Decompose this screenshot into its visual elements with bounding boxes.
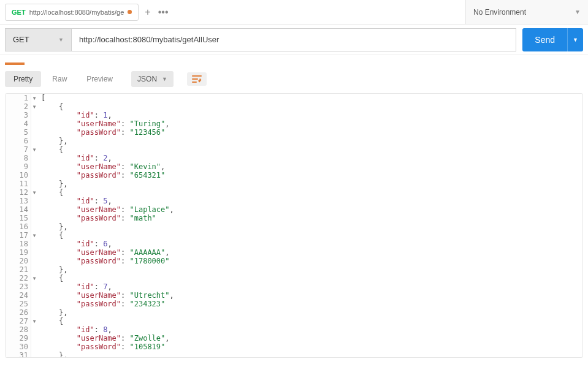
line-number: 22 [6,274,31,282]
send-dropdown-button[interactable]: ▼ [567,28,583,51]
code-text: { [37,188,63,197]
tab-title: http://localhost:8080/mybatis/ge [29,9,124,16]
fold-toggle[interactable]: ▾ [31,145,37,154]
code-line: 5 "passWord": "123456" [6,128,582,137]
code-text: { [37,317,63,325]
code-text: "userName": "Utrecht", [37,291,174,300]
code-line: 30 "passWord": "105819" [6,343,582,351]
code-line: 23 "id": 7, [6,282,582,291]
chevron-down-icon: ▼ [162,76,167,82]
fold-toggle [31,240,37,248]
fold-toggle[interactable]: ▾ [31,317,37,325]
fold-toggle[interactable]: ▾ [31,188,37,197]
tab-more-button[interactable]: ••• [158,7,169,17]
code-text: }, [37,308,67,317]
line-number: 13 [6,197,31,205]
code-line: 8 "id": 2, [6,154,582,162]
request-bar: GET ▼ Send ▼ [0,25,588,55]
code-text: }, [37,137,67,145]
format-value: JSON [137,75,157,83]
code-line: 27▾ { [6,317,582,325]
raw-tab[interactable]: Raw [44,71,75,87]
code-line: 14 "userName": "Laplace", [6,205,582,214]
code-text: }, [37,222,67,231]
code-line: 20 "passWord": "1780000" [6,257,582,265]
fold-toggle[interactable]: ▾ [31,231,37,240]
code-text: "userName": "AAAAAA", [37,248,170,257]
fold-toggle [31,257,37,265]
wrap-lines-button[interactable] [187,72,207,86]
line-number: 23 [6,282,31,291]
code-line: 1▾[ [6,94,582,102]
code-line: 17▾ { [6,231,582,240]
pretty-tab[interactable]: Pretty [5,71,41,87]
fold-toggle [31,351,37,358]
line-number: 29 [6,334,31,343]
line-number: 10 [6,171,31,180]
code-text: "id": 7, [37,282,112,291]
code-text: { [37,145,63,154]
fold-toggle [31,282,37,291]
code-text: "id": 5, [37,197,112,205]
line-number: 19 [6,248,31,257]
request-tab[interactable]: GET http://localhost:8080/mybatis/ge [5,4,139,21]
line-number: 6 [6,137,31,145]
chevron-down-icon: ▼ [58,37,64,43]
code-text: { [37,231,63,240]
code-line: 31 }, [6,351,582,358]
fold-toggle[interactable]: ▾ [31,102,37,111]
line-number: 17 [6,231,31,240]
line-number: 2 [6,102,31,111]
code-text: "userName": "Turing", [37,119,170,128]
add-tab-button[interactable]: + [145,7,150,17]
code-text: "passWord": "105819" [37,343,165,351]
code-line: 6 }, [6,137,582,145]
code-line: 4 "userName": "Turing", [6,119,582,128]
send-button[interactable]: Send [522,28,567,51]
line-number: 28 [6,325,31,334]
line-number: 4 [6,119,31,128]
code-text: { [37,102,63,111]
send-group: Send ▼ [522,28,583,51]
line-number: 1 [6,94,31,102]
format-selector[interactable]: JSON ▼ [131,71,174,87]
code-line: 22▾ { [6,274,582,282]
fold-toggle [31,119,37,128]
line-number: 7 [6,145,31,154]
method-value: GET [13,35,29,44]
line-number: 11 [6,180,31,188]
code-text: }, [37,351,67,358]
code-line: 11 }, [6,180,582,188]
fold-toggle[interactable]: ▾ [31,274,37,282]
code-line: 19 "userName": "AAAAAA", [6,248,582,257]
fold-toggle [31,334,37,343]
code-line: 9 "userName": "Kevin", [6,162,582,171]
preview-tab[interactable]: Preview [78,71,121,87]
code-line: 25 "passWord": "234323" [6,300,582,308]
code-line: 3 "id": 1, [6,111,582,119]
line-number: 31 [6,351,31,358]
tab-method: GET [12,9,26,16]
line-number: 9 [6,162,31,171]
line-number: 3 [6,111,31,119]
code-line: 10 "passWord": "654321" [6,171,582,180]
fold-toggle [31,300,37,308]
fold-toggle [31,154,37,162]
environment-selector[interactable]: No Environment ▼ [465,0,588,25]
code-line: 21 }, [6,265,582,274]
fold-toggle [31,171,37,180]
fold-toggle [31,137,37,145]
code-text: "passWord": "123456" [37,128,165,137]
line-number: 14 [6,205,31,214]
code-text: "passWord": "654321" [37,171,165,180]
fold-toggle [31,308,37,317]
code-text: "passWord": "234323" [37,300,165,308]
fold-toggle[interactable]: ▾ [31,94,37,102]
line-number: 27 [6,317,31,325]
code-line: 16 }, [6,222,582,231]
response-body[interactable]: 1▾[2▾ {3 "id": 1,4 "userName": "Turing",… [5,93,583,358]
method-selector[interactable]: GET ▼ [5,28,71,51]
line-number: 20 [6,257,31,265]
line-number: 5 [6,128,31,137]
url-input[interactable] [71,28,516,51]
